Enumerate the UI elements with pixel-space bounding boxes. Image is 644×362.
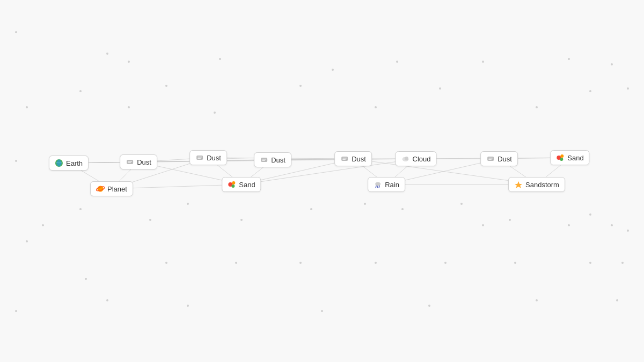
rain-icon: [374, 180, 382, 189]
node-dust1[interactable]: Dust: [120, 154, 157, 169]
svg-point-30: [321, 310, 323, 312]
svg-point-36: [482, 224, 484, 226]
planet-icon: [96, 184, 105, 193]
svg-point-1: [106, 53, 108, 55]
svg-rect-100: [342, 159, 346, 160]
svg-point-51: [509, 219, 511, 221]
sandstorm-icon: [514, 180, 523, 189]
svg-point-28: [106, 299, 108, 301]
dust-icon: [126, 158, 134, 166]
svg-point-23: [444, 262, 447, 264]
node-label-dust2: Dust: [207, 154, 221, 162]
svg-point-31: [428, 305, 430, 307]
svg-point-9: [26, 106, 28, 108]
svg-point-107: [375, 182, 380, 186]
node-dust5[interactable]: Dust: [480, 151, 518, 166]
svg-point-46: [240, 219, 243, 221]
svg-point-17: [42, 224, 44, 226]
svg-rect-110: [488, 159, 492, 160]
svg-point-15: [627, 87, 629, 90]
svg-point-4: [332, 69, 334, 71]
svg-rect-93: [262, 159, 266, 160]
node-dust4[interactable]: Dust: [334, 151, 372, 166]
svg-point-8: [611, 63, 613, 65]
node-earth[interactable]: Earth: [49, 156, 89, 171]
svg-point-37: [568, 224, 570, 226]
dust-icon: [486, 154, 495, 163]
svg-point-50: [460, 203, 463, 205]
svg-point-47: [310, 208, 312, 210]
svg-rect-91: [197, 158, 201, 159]
svg-rect-87: [128, 161, 132, 162]
svg-point-41: [375, 106, 377, 108]
svg-rect-89: [196, 156, 203, 160]
svg-point-0: [15, 31, 17, 33]
node-sand2[interactable]: Sand: [550, 150, 589, 165]
svg-point-42: [536, 106, 538, 108]
svg-line-105: [377, 186, 378, 188]
svg-point-26: [621, 262, 624, 264]
svg-point-45: [187, 203, 189, 205]
svg-point-43: [79, 208, 82, 210]
svg-point-19: [165, 262, 167, 264]
node-label-dust1: Dust: [137, 158, 151, 166]
svg-point-14: [589, 90, 591, 92]
svg-point-24: [514, 262, 516, 264]
earth-icon: [55, 159, 63, 167]
svg-point-5: [396, 61, 398, 63]
svg-point-35: [26, 240, 28, 242]
svg-point-21: [299, 262, 302, 264]
svg-rect-94: [262, 160, 265, 161]
node-label-sand2: Sand: [567, 154, 583, 162]
svg-point-114: [560, 158, 563, 161]
svg-point-113: [560, 154, 564, 158]
svg-marker-111: [515, 181, 522, 188]
svg-rect-90: [197, 157, 202, 158]
node-label-rain: Rain: [385, 181, 399, 189]
svg-point-20: [235, 262, 237, 264]
node-sandstorm[interactable]: Sandstorm: [508, 177, 565, 192]
svg-point-97: [231, 184, 235, 188]
svg-point-6: [482, 61, 484, 63]
node-label-planet: Planet: [107, 185, 127, 193]
svg-point-32: [536, 299, 538, 301]
svg-point-25: [589, 262, 591, 264]
svg-rect-86: [127, 160, 133, 164]
node-cloud[interactable]: Cloud: [396, 151, 437, 166]
svg-point-11: [165, 85, 167, 87]
cloud-icon: [401, 154, 410, 163]
svg-point-29: [187, 305, 189, 307]
svg-point-2: [128, 61, 130, 63]
sand-icon: [228, 180, 236, 189]
svg-point-12: [299, 85, 302, 87]
svg-line-106: [379, 186, 379, 188]
node-label-cloud: Cloud: [413, 155, 431, 163]
svg-point-38: [611, 224, 613, 226]
node-dust3[interactable]: Dust: [254, 152, 291, 167]
node-dust2[interactable]: Dust: [189, 150, 227, 165]
node-sand1[interactable]: Sand: [222, 177, 261, 192]
svg-point-33: [616, 299, 618, 301]
dust-icon: [260, 156, 268, 164]
svg-point-52: [589, 213, 591, 216]
node-rain[interactable]: Rain: [368, 177, 405, 192]
svg-point-18: [85, 278, 87, 280]
svg-line-104: [376, 186, 376, 188]
node-label-sand1: Sand: [239, 181, 255, 189]
sand-icon: [556, 153, 565, 162]
svg-point-34: [627, 230, 629, 232]
svg-point-96: [232, 181, 235, 184]
svg-point-22: [375, 262, 377, 264]
dust-icon: [340, 154, 349, 163]
svg-point-16: [15, 160, 17, 162]
svg-point-49: [401, 208, 404, 210]
node-label-earth: Earth: [66, 159, 83, 167]
svg-point-10: [79, 90, 82, 92]
svg-rect-88: [128, 162, 131, 164]
node-planet[interactable]: Planet: [90, 181, 133, 196]
svg-point-7: [568, 58, 570, 60]
node-label-sandstorm: Sandstorm: [525, 181, 559, 189]
dust-icon: [195, 153, 204, 162]
node-label-dust5: Dust: [497, 155, 512, 163]
svg-rect-108: [487, 157, 494, 161]
